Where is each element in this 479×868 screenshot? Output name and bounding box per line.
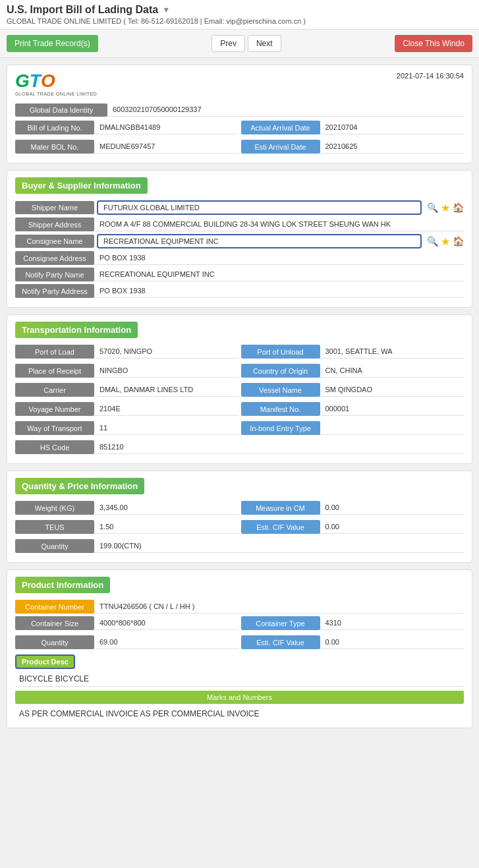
esti-cif-value: 0.00 xyxy=(320,520,465,534)
measure-label: Measure in CM xyxy=(241,501,320,515)
hs-code-value: 851210 xyxy=(94,440,464,454)
product-desc-value: BICYCLE BICYCLE xyxy=(15,672,464,687)
consignee-icons: 🔍 ★ 🏠 xyxy=(424,235,464,248)
carrier-row: Carrier DMAL, DANMAR LINES LTD xyxy=(15,383,239,397)
logo-subtitle: GLOBAL TRADE ONLINE LIMITED xyxy=(15,92,97,96)
consignee-name-label: Consignee Name xyxy=(15,235,94,248)
product-card: Product Information Container Number TTN… xyxy=(7,569,472,728)
product-header: Product Information xyxy=(15,577,110,593)
global-id-label: Global Data Identity xyxy=(15,103,107,117)
place-of-receipt-row: Place of Receipt NINGBO xyxy=(15,364,239,378)
product-esti-cif-value: 0.00 xyxy=(320,635,465,649)
product-desc-label-row: Product Desc xyxy=(15,654,464,669)
shipper-star-icon[interactable]: ★ xyxy=(441,202,450,214)
shipper-search-icon[interactable]: 🔍 xyxy=(427,202,438,213)
shipper-name-value: FUTURUX GLOBAL LIMITED xyxy=(97,200,422,215)
print-button[interactable]: Print Trade Record(s) xyxy=(7,35,98,52)
voyage-number-row: Voyage Number 2104E xyxy=(15,402,239,416)
marks-value: AS PER COMMERCIAL INVOICE AS PER COMMERC… xyxy=(15,707,464,721)
bol-row: Bill of Lading No. DMALNGBB41489 xyxy=(15,121,239,134)
carrier-value: DMAL, DANMAR LINES LTD xyxy=(94,383,239,397)
container-number-row: Container Number TTNU4266506 ( CN / L / … xyxy=(15,600,464,614)
measure-value: 0.00 xyxy=(320,501,465,515)
carrier-label: Carrier xyxy=(15,383,94,397)
port-of-unload-label: Port of Unload xyxy=(241,345,320,359)
marks-label: Marks and Numbers xyxy=(15,691,464,704)
country-of-origin-label: Country of Origin xyxy=(241,364,320,378)
shipper-home-icon[interactable]: 🏠 xyxy=(453,202,464,213)
dropdown-icon[interactable]: ▼ xyxy=(162,5,170,14)
vessel-name-label: Vessel Name xyxy=(241,383,320,397)
product-quantity-value: 69.00 xyxy=(94,635,239,649)
top-bar: U.S. Import Bill of Lading Data ▼ GLOBAL… xyxy=(0,0,479,30)
country-of-origin-value: CN, CHINA xyxy=(320,364,465,378)
weight-row: Weight (KG) 3,345.00 xyxy=(15,501,239,515)
shipper-name-row: Shipper Name FUTURUX GLOBAL LIMITED 🔍 ★ … xyxy=(15,200,464,215)
buyer-supplier-card: Buyer & Supplier Information Shipper Nam… xyxy=(7,170,472,308)
next-button[interactable]: Next xyxy=(248,35,281,52)
close-button[interactable]: Close This Windo xyxy=(395,35,472,52)
consignee-home-icon[interactable]: 🏠 xyxy=(453,236,464,246)
notify-party-address-value: PO BOX 1938 xyxy=(94,284,464,298)
global-id-value: 6003202107050000129337 xyxy=(107,103,464,117)
esti-arrival-label: Esti Arrival Date xyxy=(241,140,320,154)
teus-row: TEUS 1.50 xyxy=(15,520,239,534)
product-desc-label[interactable]: Product Desc xyxy=(15,654,75,669)
consignee-name-row: Consignee Name RECREATIONAL EQUIPMENT IN… xyxy=(15,234,464,248)
weight-label: Weight (KG) xyxy=(15,501,94,515)
notify-party-name-label: Notify Party Name xyxy=(15,268,94,281)
quantity-price-header: Quantity & Price Information xyxy=(15,478,144,494)
container-type-label: Container Type xyxy=(241,616,320,630)
country-of-origin-row: Country of Origin CN, CHINA xyxy=(241,364,465,378)
way-of-transport-label: Way of Transport xyxy=(15,421,94,435)
port-of-unload-value: 3001, SEATTLE, WA xyxy=(320,345,465,359)
actual-arrival-label: Actual Arrival Date xyxy=(241,121,320,134)
consignee-search-icon[interactable]: 🔍 xyxy=(427,236,438,246)
record-card: G T O GLOBAL TRADE ONLINE LIMITED 2021-0… xyxy=(7,65,472,163)
in-bond-label: In-bond Entry Type xyxy=(241,421,320,435)
way-of-transport-row: Way of Transport 11 xyxy=(15,421,239,435)
shipper-name-label: Shipper Name xyxy=(15,201,94,214)
measure-row: Measure in CM 0.00 xyxy=(241,501,465,515)
place-of-receipt-label: Place of Receipt xyxy=(15,364,94,378)
timestamp: 2021-07-14 16:30:54 xyxy=(397,72,464,80)
vessel-name-value: SM QINGDAO xyxy=(320,383,465,397)
logo-i: O xyxy=(41,72,55,90)
hs-code-row: HS Code 851210 xyxy=(15,440,464,454)
container-size-value: 4000*806*800 xyxy=(94,616,239,630)
manifest-no-value: 000001 xyxy=(320,402,465,416)
mater-bol-label: Mater BOL No. xyxy=(15,140,94,154)
quantity-value: 199.00(CTN) xyxy=(94,539,464,553)
way-of-transport-value: 11 xyxy=(94,421,239,435)
container-size-label: Container Size xyxy=(15,616,94,630)
container-type-row: Container Type 4310 xyxy=(241,616,465,630)
nav-buttons: Prev Next xyxy=(211,35,281,52)
product-esti-cif-label: Esti. CIF Value xyxy=(241,635,320,649)
shipper-address-row: Shipper Address ROOM A 4/F 88 COMMERCIAL… xyxy=(15,217,464,231)
manifest-no-row: Manifest No. 000001 xyxy=(241,402,465,416)
prev-button[interactable]: Prev xyxy=(211,35,245,52)
voyage-number-value: 2104E xyxy=(94,402,239,416)
notify-party-address-row: Notify Party Address PO BOX 1938 xyxy=(15,284,464,298)
notify-party-name-value: RECREATIONAL EQUIPMENT INC xyxy=(94,268,464,281)
quantity-row: Quantity 199.00(CTN) xyxy=(15,539,464,553)
esti-arrival-value: 20210625 xyxy=(320,140,465,154)
logo-t: T xyxy=(30,72,41,90)
page-title: U.S. Import Bill of Lading Data ▼ xyxy=(7,4,472,16)
shipper-icons: 🔍 ★ 🏠 xyxy=(424,202,464,214)
port-of-load-row: Port of Load 57020, NINGPO xyxy=(15,345,239,359)
logo-g: G xyxy=(15,72,30,90)
buyer-supplier-header: Buyer & Supplier Information xyxy=(15,177,148,194)
esti-cif-label: Esti. CIF Value xyxy=(241,520,320,534)
esti-cif-row: Esti. CIF Value 0.00 xyxy=(241,520,465,534)
place-of-receipt-value: NINGBO xyxy=(94,364,239,378)
consignee-address-value: PO BOX 1938 xyxy=(94,251,464,265)
mater-bol-row: Mater BOL No. MEDUNE697457 xyxy=(15,140,239,154)
consignee-star-icon[interactable]: ★ xyxy=(441,235,450,248)
mater-bol-value: MEDUNE697457 xyxy=(94,140,239,154)
vessel-name-row: Vessel Name SM QINGDAO xyxy=(241,383,465,397)
bol-label: Bill of Lading No. xyxy=(15,121,94,134)
weight-value: 3,345.00 xyxy=(94,501,239,515)
global-id-row: Global Data Identity 6003202107050000129… xyxy=(15,103,464,117)
in-bond-value xyxy=(320,421,465,435)
